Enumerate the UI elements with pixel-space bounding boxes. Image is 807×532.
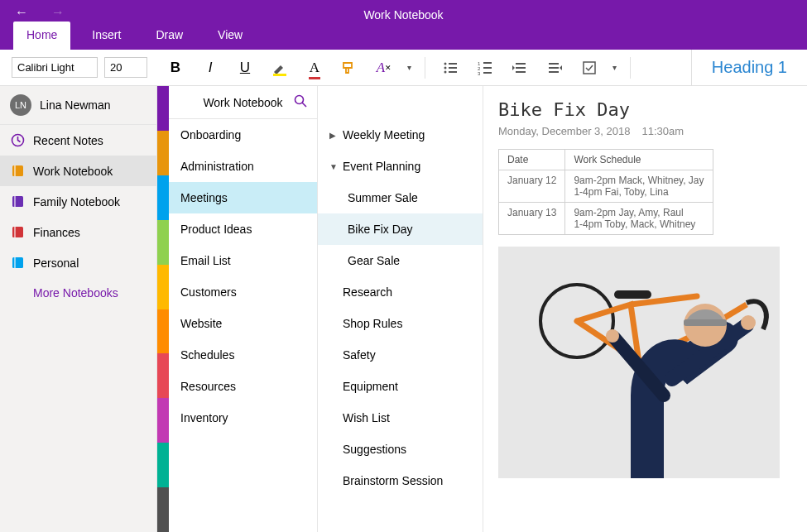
section-item[interactable]: Email List bbox=[169, 245, 317, 276]
sidebar-item[interactable]: Family Notebook bbox=[0, 186, 156, 217]
page-title[interactable]: Bike Fix Day bbox=[498, 99, 792, 120]
font-color-button[interactable]: A bbox=[300, 55, 329, 81]
section-item[interactable]: Administration bbox=[169, 151, 317, 182]
section-color-tab[interactable] bbox=[157, 353, 169, 398]
section-item[interactable]: Inventory bbox=[169, 402, 317, 434]
svg-rect-21 bbox=[12, 165, 23, 176]
section-color-tab[interactable] bbox=[157, 487, 169, 532]
format-painter-button[interactable] bbox=[334, 55, 364, 81]
bold-button[interactable]: B bbox=[161, 55, 190, 81]
svg-rect-23 bbox=[12, 196, 23, 207]
page-item-label: Suggestions bbox=[343, 443, 406, 456]
notebook-sidebar: LN Lina Newman Recent NotesWork Notebook… bbox=[0, 86, 157, 532]
clear-formatting-button[interactable]: A✕ bbox=[369, 55, 399, 81]
bullet-list-button[interactable] bbox=[435, 55, 465, 81]
page-item[interactable]: Gear Sale bbox=[318, 245, 483, 276]
tab-home[interactable]: Home bbox=[13, 22, 70, 50]
ribbon-tabs: Home Insert Draw View bbox=[13, 22, 256, 50]
tab-insert[interactable]: Insert bbox=[79, 22, 134, 50]
table-header: Date bbox=[499, 150, 565, 170]
section-item[interactable]: Onboarding bbox=[169, 119, 317, 151]
sidebar-item-label: Recent Notes bbox=[33, 134, 103, 147]
svg-rect-25 bbox=[12, 227, 23, 237]
page-item[interactable]: Equipment bbox=[318, 371, 483, 402]
page-image bbox=[498, 247, 780, 478]
schedule-table[interactable]: Date Work Schedule January 129am-2pm Mac… bbox=[498, 149, 713, 235]
section-color-tab[interactable] bbox=[157, 443, 169, 487]
page-item-label: Brainstorm Session bbox=[343, 474, 443, 487]
svg-rect-24 bbox=[14, 196, 16, 207]
page-item[interactable]: Research bbox=[318, 276, 483, 308]
page-item[interactable]: ▼Event Planning bbox=[318, 151, 483, 182]
svg-rect-12 bbox=[483, 72, 492, 74]
svg-rect-22 bbox=[14, 165, 16, 176]
section-item[interactable]: Meetings bbox=[169, 182, 317, 213]
page-item[interactable]: Wish List bbox=[318, 402, 483, 434]
section-item[interactable]: Website bbox=[169, 308, 317, 339]
svg-point-1 bbox=[444, 62, 447, 65]
sidebar-item-label: Family Notebook bbox=[33, 195, 120, 208]
notebook-icon bbox=[10, 256, 25, 270]
section-item[interactable]: Product Ideas bbox=[169, 213, 317, 245]
section-color-tab[interactable] bbox=[157, 131, 169, 175]
page-item[interactable]: Summer Sale bbox=[318, 182, 483, 213]
page-item[interactable]: ▶Weekly Meeting bbox=[318, 119, 483, 151]
sidebar-item[interactable]: Finances bbox=[0, 217, 156, 247]
svg-rect-10 bbox=[483, 67, 492, 69]
app-title: Work Notebook bbox=[0, 8, 807, 22]
panel-title: Work Notebook bbox=[203, 96, 282, 109]
page-item[interactable]: Safety bbox=[318, 339, 483, 371]
sidebar-item[interactable]: Work Notebook bbox=[0, 156, 156, 186]
sidebar-item[interactable]: Personal bbox=[0, 247, 156, 278]
sidebar-item-label: Finances bbox=[33, 226, 80, 239]
page-item[interactable]: Shop Rules bbox=[318, 308, 483, 339]
page-item[interactable]: Brainstorm Session bbox=[318, 465, 483, 496]
section-item[interactable]: Resources bbox=[169, 371, 317, 402]
page-item-label: Summer Sale bbox=[348, 191, 418, 204]
underline-button[interactable]: U bbox=[230, 55, 260, 81]
decrease-indent-button[interactable] bbox=[505, 55, 535, 81]
svg-line-30 bbox=[302, 103, 306, 107]
section-item[interactable]: Customers bbox=[169, 276, 317, 308]
section-color-tab[interactable] bbox=[157, 265, 169, 309]
page-meta: Monday, December 3, 201811:30am bbox=[498, 125, 792, 137]
section-color-tab[interactable] bbox=[157, 398, 169, 443]
numbered-list-button[interactable]: 123 bbox=[470, 55, 500, 81]
section-item[interactable]: Schedules bbox=[169, 339, 317, 371]
italic-button[interactable]: I bbox=[195, 55, 225, 81]
page-item-label: Bike Fix Day bbox=[348, 223, 413, 236]
section-color-tab[interactable] bbox=[157, 86, 169, 131]
section-color-tab[interactable] bbox=[157, 309, 169, 354]
todo-tag-button[interactable] bbox=[574, 55, 604, 81]
sidebar-item[interactable]: Recent Notes bbox=[0, 125, 156, 156]
page-item-label: Safety bbox=[343, 348, 376, 362]
page-item[interactable]: Suggestions bbox=[318, 434, 483, 465]
search-icon[interactable] bbox=[294, 94, 307, 111]
increase-indent-button[interactable] bbox=[540, 55, 569, 81]
separator bbox=[630, 57, 631, 79]
table-row[interactable]: January 139am-2pm Jay, Amy, Raul1-4pm To… bbox=[499, 203, 713, 235]
svg-rect-0 bbox=[273, 74, 286, 76]
page-item-label: Gear Sale bbox=[348, 254, 400, 267]
section-color-tab[interactable] bbox=[157, 175, 169, 220]
svg-point-37 bbox=[606, 329, 619, 343]
svg-rect-4 bbox=[449, 67, 457, 69]
page-item[interactable]: Bike Fix Day bbox=[318, 213, 483, 245]
font-size-input[interactable] bbox=[104, 57, 147, 78]
tab-view[interactable]: View bbox=[204, 22, 256, 50]
page-content[interactable]: Bike Fix Day Monday, December 3, 201811:… bbox=[483, 86, 807, 532]
svg-point-34 bbox=[741, 315, 756, 330]
paragraph-more-dropdown[interactable]: ▾ bbox=[609, 63, 620, 72]
font-more-dropdown[interactable]: ▾ bbox=[404, 63, 415, 72]
highlight-button[interactable] bbox=[265, 55, 295, 81]
font-name-input[interactable] bbox=[12, 57, 98, 78]
more-notebooks-link[interactable]: More Notebooks bbox=[0, 278, 156, 308]
tab-draw[interactable]: Draw bbox=[142, 22, 196, 50]
heading-style-picker[interactable]: Heading 1 bbox=[691, 50, 807, 86]
table-row[interactable]: January 129am-2pm Mack, Whitney, Jay1-4p… bbox=[499, 170, 713, 203]
svg-rect-14 bbox=[516, 67, 526, 69]
clock-icon bbox=[10, 133, 25, 147]
user-row[interactable]: LN Lina Newman bbox=[0, 86, 156, 125]
table-header: Work Schedule bbox=[565, 150, 713, 170]
section-color-tab[interactable] bbox=[157, 220, 169, 265]
